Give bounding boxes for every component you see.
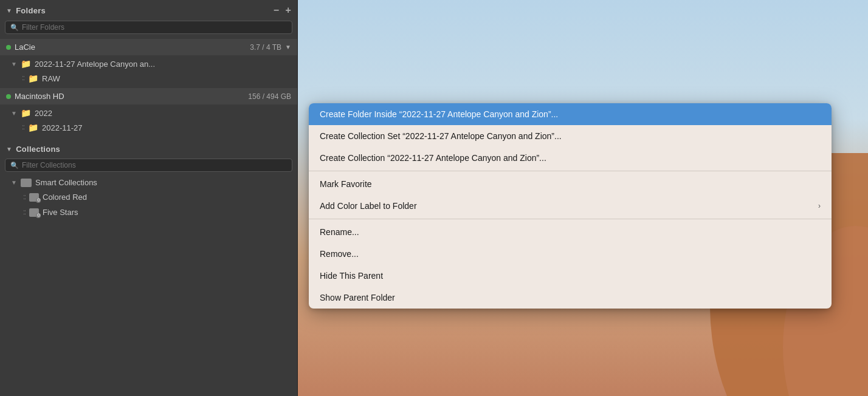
folders-filter-bar: 🔍 xyxy=(5,21,292,34)
2022-expand-icon: ▼ xyxy=(11,110,18,117)
five-stars-item[interactable]: ⁚⁚ Five Stars xyxy=(0,205,297,220)
raw-expand-dots: ⁚⁚ xyxy=(22,75,24,81)
2022-folder-label: 2022 xyxy=(35,109,52,118)
left-panel: ▼ Folders − + 🔍 LaCie 3.7 / 4 TB ▼ ▼ 📁 2… xyxy=(0,0,298,396)
folders-controls: − + xyxy=(274,5,291,16)
lacie-storage: 3.7 / 4 TB xyxy=(250,43,281,52)
add-color-label-item[interactable]: Add Color Label to Folder › xyxy=(309,195,832,217)
macintosh-drive-name: Macintosh HD xyxy=(15,92,64,101)
collections-section-header: ▼ Collections xyxy=(0,140,297,157)
show-parent-folder-item[interactable]: Show Parent Folder xyxy=(309,287,832,309)
2022-folder-icon: 📁 xyxy=(21,108,31,118)
collections-filter-input[interactable] xyxy=(22,161,287,169)
macintosh-indicator xyxy=(6,94,11,99)
raw-folder-icon: 📁 xyxy=(28,73,38,83)
colored-red-item[interactable]: ⁚⁚ Colored Red xyxy=(0,189,297,205)
folders-filter-input[interactable] xyxy=(22,23,287,32)
add-color-label-label: Add Color Label to Folder xyxy=(320,201,417,211)
create-collection-item[interactable]: Create Collection “2022-11-27 Antelope C… xyxy=(309,147,832,169)
folders-header-left: ▼ Folders xyxy=(6,6,46,15)
collections-section: ▼ Collections 🔍 ▼ Smart Collections ⁚⁚ C… xyxy=(0,140,297,396)
smart-collections-label: Smart Collections xyxy=(35,178,97,187)
2022-11-27-expand-dots: ⁚⁚ xyxy=(22,125,24,131)
hide-parent-label: Hide This Parent xyxy=(320,271,383,281)
remove-label: Remove... xyxy=(320,249,359,259)
antelope-folder-label: 2022-11-27 Antelope Canyon an... xyxy=(35,60,155,69)
create-folder-inside-item[interactable]: Create Folder Inside “2022-11-27 Antelop… xyxy=(309,103,832,125)
mark-favorite-label: Mark Favorite xyxy=(320,179,372,189)
macintosh-drive-left: Macintosh HD xyxy=(6,92,64,101)
2022-11-27-folder-icon: 📁 xyxy=(28,123,38,132)
smart-collections-expand: ▼ xyxy=(11,179,18,186)
antelope-canyon-folder[interactable]: ▼ 📁 2022-11-27 Antelope Canyon an... xyxy=(0,56,297,71)
add-color-label-chevron: › xyxy=(818,202,821,210)
antelope-expand-icon: ▼ xyxy=(11,61,18,67)
antelope-folder-icon: 📁 xyxy=(21,59,31,69)
smart-collections-folder-icon xyxy=(21,179,32,187)
create-collection-label: Create Collection “2022-11-27 Antelope C… xyxy=(320,153,546,163)
create-collection-set-label: Create Collection Set “2022-11-27 Antelo… xyxy=(320,131,562,141)
folders-title: Folders xyxy=(16,6,46,15)
context-menu: Create Folder Inside “2022-11-27 Antelop… xyxy=(309,103,832,309)
lacie-dropdown-icon[interactable]: ▼ xyxy=(285,44,291,50)
rename-label: Rename... xyxy=(320,227,359,237)
collections-search-icon: 🔍 xyxy=(10,162,19,169)
colored-red-smart-icon xyxy=(29,193,39,202)
search-icon: 🔍 xyxy=(10,24,19,32)
folders-remove-button[interactable]: − xyxy=(274,5,280,16)
collections-filter-bar: 🔍 xyxy=(5,159,292,172)
raw-folder-label: RAW xyxy=(42,74,60,83)
show-parent-folder-label: Show Parent Folder xyxy=(320,293,395,302)
lacie-drive-name: LaCie xyxy=(15,43,35,52)
collections-expand-icon[interactable]: ▼ xyxy=(6,146,12,152)
lacie-drive-left: LaCie xyxy=(6,43,35,52)
collections-title: Collections xyxy=(16,145,60,154)
2022-11-27-folder[interactable]: ⁚⁚ 📁 2022-11-27 xyxy=(0,120,297,135)
lacie-drive-row[interactable]: LaCie 3.7 / 4 TB ▼ xyxy=(0,39,297,55)
folders-expand-icon[interactable]: ▼ xyxy=(6,7,12,14)
macintosh-storage: 156 / 494 GB xyxy=(248,92,291,101)
macintosh-hd-drive-row[interactable]: Macintosh HD 156 / 494 GB xyxy=(0,88,297,104)
folders-add-button[interactable]: + xyxy=(285,5,291,16)
folders-section-header: ▼ Folders − + xyxy=(0,0,297,19)
smart-collections-row[interactable]: ▼ Smart Collections xyxy=(0,176,297,189)
five-stars-label: Five Stars xyxy=(43,208,78,217)
hide-parent-item[interactable]: Hide This Parent xyxy=(309,265,832,287)
rename-item[interactable]: Rename... xyxy=(309,221,832,243)
five-stars-dots: ⁚⁚ xyxy=(23,210,26,216)
remove-item[interactable]: Remove... xyxy=(309,243,832,265)
collections-header-left: ▼ Collections xyxy=(6,145,60,154)
macintosh-drive-info: 156 / 494 GB xyxy=(248,92,291,101)
mark-favorite-item[interactable]: Mark Favorite xyxy=(309,173,832,195)
lacie-indicator xyxy=(6,45,11,50)
raw-folder[interactable]: ⁚⁚ 📁 RAW xyxy=(0,71,297,86)
separator-1 xyxy=(309,171,832,171)
right-background: Create Folder Inside “2022-11-27 Antelop… xyxy=(298,0,868,396)
2022-folder[interactable]: ▼ 📁 2022 xyxy=(0,106,297,120)
five-stars-smart-icon xyxy=(29,208,39,217)
create-collection-set-item[interactable]: Create Collection Set “2022-11-27 Antelo… xyxy=(309,125,832,147)
colored-red-dots: ⁚⁚ xyxy=(23,194,26,200)
colored-red-label: Colored Red xyxy=(43,193,87,202)
create-folder-inside-label: Create Folder Inside “2022-11-27 Antelop… xyxy=(320,109,558,119)
separator-2 xyxy=(309,219,832,219)
2022-11-27-folder-label: 2022-11-27 xyxy=(42,123,83,132)
lacie-drive-info: 3.7 / 4 TB ▼ xyxy=(250,43,291,52)
